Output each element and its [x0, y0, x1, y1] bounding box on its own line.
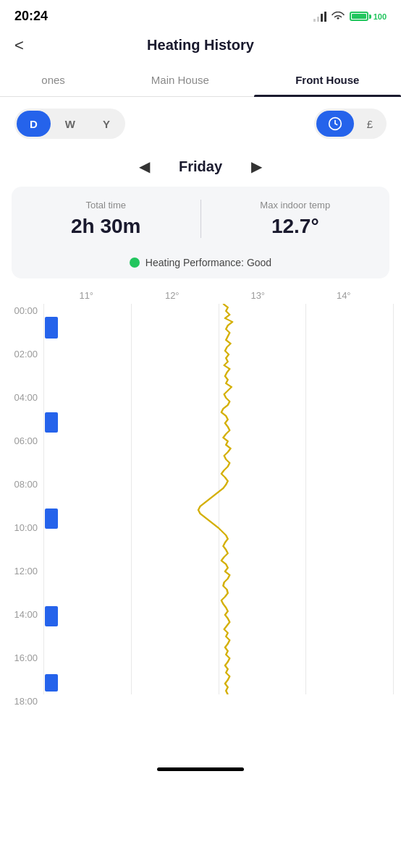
temp-label-0: 11°	[43, 290, 130, 301]
period-week-button[interactable]: W	[52, 111, 88, 137]
period-year-button[interactable]: Y	[90, 111, 123, 137]
chart-area: 11° 12° 13° 14° 00:00 02:00 04:00 06:00 …	[0, 290, 401, 752]
page-header: < Heating History	[0, 30, 401, 65]
temp-label-1: 12°	[130, 290, 216, 301]
tab-front-house[interactable]: Front House	[254, 65, 401, 96]
time-label-0: 00:00	[0, 304, 43, 347]
time-label-1: 02:00	[0, 347, 43, 391]
svg-rect-1	[317, 17, 319, 22]
chart-content: 00:00 02:00 04:00 06:00 08:00 10:00 12:0…	[0, 304, 394, 738]
tab-main-house[interactable]: Main House	[106, 65, 253, 96]
period-filter-group: D W Y	[14, 109, 125, 139]
time-label-9: 18:00	[0, 694, 43, 738]
svg-rect-3	[324, 12, 326, 22]
wifi-icon	[331, 12, 345, 22]
temp-label-2: 13°	[215, 290, 301, 301]
chart-inner	[43, 304, 394, 694]
view-filter-group: £	[314, 109, 387, 139]
period-day-button[interactable]: D	[17, 111, 51, 137]
max-temp-stat: Max indoor temp 12.7°	[200, 200, 390, 238]
time-label-2: 04:00	[0, 391, 43, 434]
svg-rect-2	[321, 14, 323, 22]
time-label-6: 12:00	[0, 564, 43, 608]
stats-card: Total time 2h 30m Max indoor temp 12.7° …	[12, 187, 389, 278]
battery-icon: 100	[350, 12, 387, 21]
status-time: 20:24	[14, 9, 48, 24]
signal-icon	[313, 12, 326, 22]
tabs-container: ones Main House Front House	[0, 65, 401, 97]
page-title: Heating History	[147, 37, 254, 54]
back-button[interactable]: <	[14, 36, 24, 55]
clock-icon	[328, 116, 342, 131]
total-time-stat: Total time 2h 30m	[12, 200, 200, 238]
view-cost-button[interactable]: £	[355, 111, 384, 137]
total-time-label: Total time	[23, 200, 189, 210]
home-indicator-bar	[0, 758, 401, 780]
max-temp-label: Max indoor temp	[213, 200, 379, 210]
temp-label-3: 14°	[301, 290, 387, 301]
status-bar: 20:24 100	[0, 0, 401, 30]
filter-row: D W Y £	[0, 97, 401, 150]
svg-rect-0	[313, 19, 316, 22]
temp-axis: 11° 12° 13° 14°	[43, 290, 394, 301]
performance-row: Heating Performance: Good	[12, 248, 389, 268]
time-label-4: 08:00	[0, 477, 43, 521]
day-navigation: ◀ Friday ▶	[0, 150, 401, 187]
performance-label: Heating Performance: Good	[145, 257, 271, 268]
max-temp-value: 12.7°	[213, 215, 379, 238]
battery-label: 100	[373, 12, 387, 21]
view-time-button[interactable]	[316, 111, 354, 137]
prev-day-button[interactable]: ◀	[139, 158, 150, 175]
temperature-line-chart	[43, 304, 394, 694]
time-label-3: 06:00	[0, 434, 43, 477]
home-indicator	[157, 767, 244, 771]
status-icons: 100	[313, 12, 387, 22]
time-label-7: 14:00	[0, 608, 43, 651]
time-label-5: 10:00	[0, 521, 43, 564]
time-axis: 00:00 02:00 04:00 06:00 08:00 10:00 12:0…	[0, 304, 43, 738]
total-time-value: 2h 30m	[23, 215, 189, 238]
tab-zones[interactable]: ones	[0, 65, 106, 96]
current-day-label: Friday	[179, 158, 222, 175]
next-day-button[interactable]: ▶	[251, 158, 262, 175]
time-label-8: 16:00	[0, 651, 43, 694]
performance-indicator-dot	[130, 258, 140, 268]
